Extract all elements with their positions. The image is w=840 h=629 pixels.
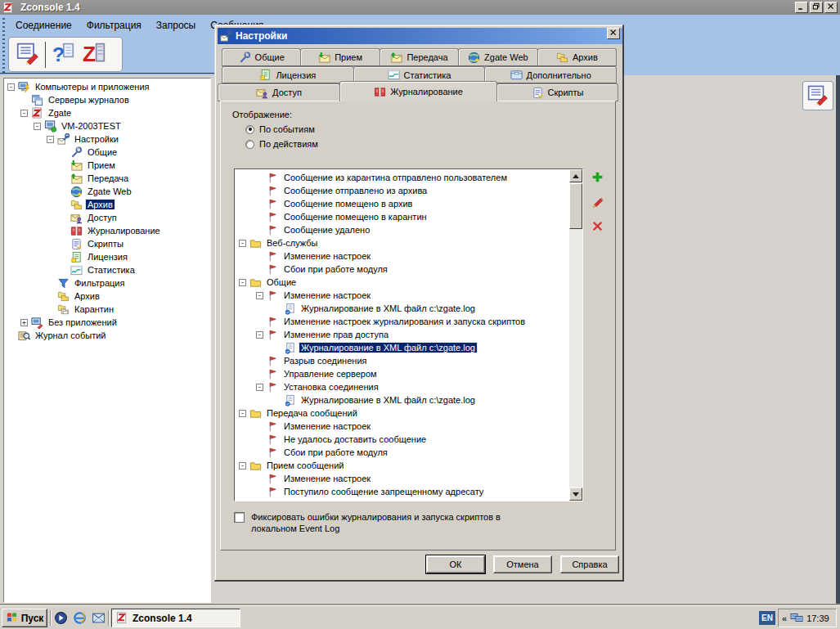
tree-item[interactable]: +Без приложений <box>4 316 210 329</box>
tree-item-label[interactable]: Изменение настроек <box>282 474 372 483</box>
tree-item[interactable]: Серверы журналов <box>4 93 210 106</box>
tree-item[interactable]: Сбои при работе модуля <box>236 263 568 276</box>
menu-item-1[interactable]: Фильтрация <box>79 16 149 34</box>
collapse-toggle[interactable]: - <box>239 240 246 247</box>
dialog-close-button[interactable] <box>607 28 620 39</box>
tree-item-label[interactable]: Изменение прав доступа <box>282 330 390 339</box>
tab-access[interactable]: Доступ <box>218 83 340 101</box>
tree-item-label[interactable]: Изменение настроек <box>282 251 372 261</box>
tree-item-label[interactable]: Серверы журналов <box>47 95 131 105</box>
tree-item-label[interactable]: Архив <box>73 291 101 301</box>
tree-item-label[interactable]: Журналирование в XML файл c:\zgate.log <box>299 303 477 313</box>
network-tray-icon[interactable] <box>790 611 803 626</box>
language-indicator[interactable]: EN <box>759 611 775 625</box>
internet-explorer-icon[interactable] <box>73 611 87 625</box>
taskbar-task-zconsole[interactable]: Zconsole 1.4 <box>111 609 240 627</box>
tab-journaling[interactable]: Журналирование <box>339 81 497 101</box>
tree-item-label[interactable]: Сообщение удалено <box>282 225 371 235</box>
fix-errors-checkbox[interactable] <box>234 512 245 523</box>
tray-chevron[interactable]: « <box>782 613 787 623</box>
toolbar-button-zconsole[interactable]: Z <box>80 41 108 69</box>
expand-toggle[interactable]: + <box>20 319 28 326</box>
tree-item-label[interactable]: Изменение настроек <box>282 290 372 300</box>
ok-button[interactable]: ОК <box>426 555 485 573</box>
tree-item[interactable]: Архив <box>4 290 210 303</box>
tree-item-label[interactable]: Сбои при работе модуля <box>282 447 389 457</box>
restore-button[interactable] <box>810 2 823 13</box>
tree-item-label[interactable]: Изменение настроек журналирования и запу… <box>282 317 527 326</box>
tree-item[interactable]: Статистика <box>4 263 210 276</box>
help-button[interactable]: Справка <box>560 555 619 573</box>
toolbar-button-help[interactable]: ? <box>49 41 77 69</box>
tree-item[interactable]: Журналирование в XML файл c:\zgate.log <box>236 302 568 315</box>
tree-item-label[interactable]: Журналирование в XML файл c:\zgate.log <box>299 343 477 353</box>
collapse-toggle[interactable]: - <box>239 462 246 470</box>
toolbar-grip2[interactable] <box>2 38 5 73</box>
tab-transmit[interactable]: Передача <box>380 48 459 66</box>
tree-item[interactable]: Сообщение помещено в карантин <box>236 210 568 223</box>
tree-item[interactable]: Доступ <box>4 211 210 224</box>
tree-item[interactable]: Сообщение помещено в архив <box>236 197 568 210</box>
tab-license[interactable]: Лицензия <box>222 66 354 83</box>
tree-item-label[interactable]: Архив <box>86 200 115 209</box>
tree-item[interactable]: -Установка соединения <box>236 380 568 393</box>
delete-event-button[interactable] <box>589 219 605 236</box>
tree-item[interactable]: Журнал событий <box>4 329 210 342</box>
tree-item-label[interactable]: Карантин <box>73 304 115 314</box>
tree-item[interactable]: Общие <box>4 146 210 159</box>
tree-item-label[interactable]: Установка соединения <box>282 382 380 392</box>
tree-item-label[interactable]: Изменение настроек <box>282 421 372 431</box>
add-event-button[interactable] <box>589 170 605 186</box>
tree-item-label[interactable]: Управление сервером <box>282 369 379 379</box>
collapse-toggle[interactable]: - <box>20 110 28 117</box>
close-button[interactable] <box>824 2 838 13</box>
collapse-toggle[interactable]: - <box>47 136 54 143</box>
tree-item[interactable]: Архив <box>4 198 210 211</box>
tree-item-label[interactable]: Не удалось доставить сообщение <box>282 434 428 444</box>
collapse-toggle[interactable]: - <box>7 83 15 91</box>
tree-item-label[interactable]: Фильтрация <box>73 278 126 288</box>
tree-item-label[interactable]: Сообщение помещено в архив <box>282 199 414 209</box>
start-button[interactable]: Пуск <box>2 609 47 627</box>
tree-item[interactable]: Лицензия <box>4 250 210 263</box>
edit-settings-button[interactable] <box>802 81 833 110</box>
radio-selected[interactable] <box>245 125 254 134</box>
tree-item[interactable]: -Zgate <box>4 106 210 119</box>
tree-item-label[interactable]: Прием сообщений <box>265 461 345 470</box>
tree-item[interactable]: -Прием сообщений <box>236 459 568 472</box>
tab-general[interactable]: Общие <box>222 48 301 66</box>
tree-item-label[interactable]: Настройки <box>73 134 120 144</box>
tree-item-label[interactable]: Общие <box>86 147 119 157</box>
collapse-toggle[interactable]: - <box>239 410 246 417</box>
tree-item[interactable]: -Веб-службы <box>236 236 568 249</box>
tree-item[interactable]: Фильтрация <box>4 276 210 290</box>
tree-item[interactable]: -Изменение настроек <box>236 289 568 302</box>
tree-item[interactable]: Журналирование в XML файл c:\zgate.log <box>236 341 568 354</box>
tree-item-label[interactable]: Сообщение из карантина отправлено пользо… <box>282 173 509 182</box>
tree-item[interactable]: -Компьютеры и приложения <box>4 80 210 93</box>
tree-item[interactable]: Сообщение из карантина отправлено пользо… <box>236 171 568 184</box>
tree-item[interactable]: Прием <box>4 159 210 172</box>
tree-item-label[interactable]: Сообщение отправлено из архива <box>282 186 429 195</box>
tree-item[interactable]: Журналирование в XML файл c:\zgate.log <box>236 393 568 407</box>
tree-item-label[interactable]: Журналирование в XML файл c:\zgate.log <box>299 395 477 405</box>
tree-item-label[interactable]: Поступило сообщение запрещенному адресат… <box>282 487 485 496</box>
tree-item-label[interactable]: Передача <box>86 173 130 183</box>
tree-item-label[interactable]: VM-2003TEST <box>60 121 123 131</box>
tree-item-label[interactable]: Без приложений <box>47 317 119 327</box>
menu-item-2[interactable]: Запросы <box>149 16 203 34</box>
tree-item-label[interactable]: Статистика <box>86 265 137 275</box>
collapse-toggle[interactable]: - <box>256 384 263 391</box>
tree-item[interactable]: Сообщение удалено <box>236 223 568 236</box>
tree-item[interactable]: Изменение настроек <box>236 472 568 485</box>
minimize-button[interactable] <box>795 2 808 13</box>
collapse-toggle[interactable]: - <box>239 279 246 286</box>
tab-archive[interactable]: Архив <box>537 48 617 66</box>
tree-item-label[interactable]: Прием <box>86 160 117 170</box>
radio-label[interactable]: По действиям <box>259 139 318 149</box>
tab-receive[interactable]: Прием <box>300 48 380 66</box>
tree-item[interactable]: -Передача сообщений <box>236 407 568 420</box>
tree-item[interactable]: Передача <box>4 172 210 185</box>
tree-item-label[interactable]: Zgate <box>47 108 73 118</box>
tree-item[interactable]: -Изменение прав доступа <box>236 328 568 341</box>
